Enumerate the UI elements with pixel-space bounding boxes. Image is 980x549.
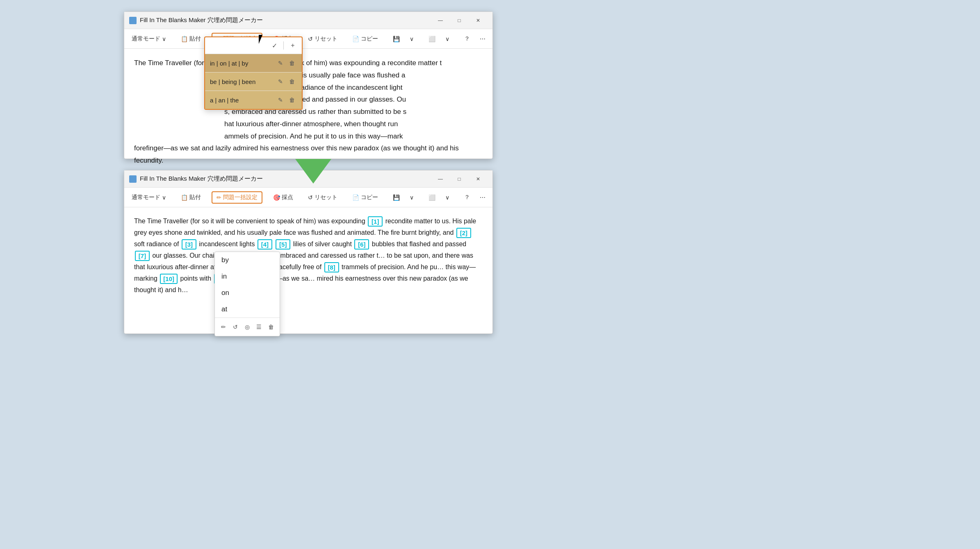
top-toolbar: 通常モード ∨ 📋 貼付 ✏ 問題一括設定 🎯 採点 ↺ リセット 📄 コピー bbox=[124, 29, 492, 49]
blank-4[interactable]: [4] bbox=[258, 239, 272, 250]
bottom-reset-icon: ↺ bbox=[308, 194, 313, 201]
popup-row-0[interactable]: in | on | at | by ✎ 🗑 bbox=[205, 54, 302, 73]
copy-icon: 📄 bbox=[352, 36, 359, 42]
bottom-content: The Time Traveller (for so it will be co… bbox=[124, 207, 492, 334]
dropdown-list-button[interactable]: ☰ bbox=[254, 321, 264, 333]
dropdown-label-by: by bbox=[221, 256, 229, 264]
dropdown-eye-button[interactable]: ◎ bbox=[243, 321, 252, 333]
view-icon: ⬜ bbox=[428, 36, 435, 42]
delete-icon-2: 🗑 bbox=[289, 97, 295, 103]
bottom-app-icon bbox=[129, 175, 137, 183]
blank-10[interactable]: [10] bbox=[160, 274, 178, 284]
blank-6[interactable]: [6] bbox=[354, 239, 369, 250]
bottom-view-chevron[interactable]: ∨ bbox=[441, 193, 454, 202]
copy-button[interactable]: 📄 コピー bbox=[348, 34, 382, 44]
bottom-copy-icon: 📄 bbox=[352, 194, 359, 201]
bottom-more-button[interactable]: ⋯ bbox=[476, 193, 490, 202]
dropdown-pencil-icon: ✏ bbox=[221, 324, 226, 330]
close-button[interactable]: ✕ bbox=[469, 14, 488, 27]
bottom-help-button[interactable]: ？ bbox=[460, 192, 474, 203]
edit-icon-1: ✎ bbox=[278, 78, 283, 85]
dropdown-item-by[interactable]: by bbox=[215, 252, 280, 268]
mode-selector[interactable]: 通常モード ∨ bbox=[128, 34, 170, 44]
paste-button[interactable]: 📋 貼付 bbox=[177, 34, 205, 44]
dropdown-pencil-button[interactable]: ✏ bbox=[219, 321, 228, 333]
bottom-chevron-2: ∨ bbox=[410, 194, 414, 201]
add-row-button[interactable]: + bbox=[287, 40, 299, 51]
bottom-minimize-button[interactable]: — bbox=[431, 172, 450, 186]
bottom-window: Fill In The Blanks Maker 穴埋め問題メーカー — □ ✕… bbox=[124, 170, 493, 334]
dropdown-label-in: in bbox=[221, 272, 227, 280]
bottom-paragraph: The Time Traveller (for so it will be co… bbox=[134, 216, 483, 296]
minimize-button[interactable]: — bbox=[431, 14, 450, 27]
bottom-score-button[interactable]: 🎯 採点 bbox=[269, 192, 297, 203]
blank-dropdown: by in on at ✏ ↺ ◎ ☰ 🗑 bbox=[214, 252, 280, 336]
help-button[interactable]: ？ bbox=[460, 34, 474, 44]
dropdown-refresh-button[interactable]: ↺ bbox=[231, 321, 240, 333]
delete-row-2-button[interactable]: 🗑 bbox=[287, 95, 297, 105]
edit-row-0-button[interactable]: ✎ bbox=[276, 58, 285, 68]
bottom-more-icon: ⋯ bbox=[480, 194, 485, 201]
bottom-view-button[interactable]: ⬜ bbox=[424, 193, 440, 202]
save-button[interactable]: 💾 bbox=[389, 34, 404, 44]
bottom-paste-icon: 📋 bbox=[181, 194, 188, 201]
blank-5[interactable]: [5] bbox=[276, 239, 290, 250]
popup-row-2[interactable]: a | an | the ✎ 🗑 bbox=[205, 91, 302, 109]
bottom-score-icon: 🎯 bbox=[273, 194, 280, 201]
bottom-maximize-button[interactable]: □ bbox=[450, 172, 469, 186]
reset-icon: ↺ bbox=[308, 36, 313, 42]
popup-header: ✓ + bbox=[205, 37, 302, 54]
bottom-reset-button[interactable]: ↺ リセット bbox=[304, 192, 342, 203]
blank-3[interactable]: [3] bbox=[182, 239, 196, 250]
delete-row-1-button[interactable]: 🗑 bbox=[287, 77, 297, 86]
dropdown-label-on: on bbox=[221, 289, 229, 297]
paste-icon: 📋 bbox=[181, 36, 188, 42]
bottom-paste-button[interactable]: 📋 貼付 bbox=[177, 192, 205, 203]
blank-8[interactable]: [8] bbox=[324, 262, 339, 272]
chevron-down-icon-3: ∨ bbox=[445, 36, 449, 42]
bottom-bulk-setting-button[interactable]: ✏ 問題一括設定 bbox=[212, 191, 262, 204]
dropdown-item-at[interactable]: at bbox=[215, 301, 280, 318]
save-icon: 💾 bbox=[393, 36, 400, 42]
bottom-copy-button[interactable]: 📄 コピー bbox=[348, 192, 382, 203]
chevron-down-icon: ∨ bbox=[162, 36, 166, 42]
bottom-save-button[interactable]: 💾 bbox=[389, 193, 404, 202]
bottom-save-icon: 💾 bbox=[393, 194, 400, 201]
header-sep bbox=[283, 41, 284, 50]
bottom-help-icon: ？ bbox=[464, 194, 470, 201]
bottom-save-chevron[interactable]: ∨ bbox=[406, 193, 418, 202]
view-chevron[interactable]: ∨ bbox=[441, 34, 454, 44]
bottom-close-button[interactable]: ✕ bbox=[469, 172, 488, 186]
dropdown-item-on[interactable]: on bbox=[215, 285, 280, 301]
top-window: Fill In The Blanks Maker 穴埋め問題メーカー — □ ✕… bbox=[124, 11, 493, 159]
blank-2[interactable]: [2] bbox=[456, 228, 471, 238]
popup-row-text-1: be | being | been bbox=[210, 78, 276, 85]
check-icon: ✓ bbox=[272, 42, 277, 50]
bulk-setting-popup: ✓ + in | on | at | by ✎ 🗑 be | being | b… bbox=[204, 36, 303, 110]
more-button[interactable]: ⋯ bbox=[476, 34, 490, 44]
dropdown-delete-button[interactable]: 🗑 bbox=[266, 321, 276, 333]
dropdown-eye-icon: ◎ bbox=[245, 324, 250, 330]
bottom-titlebar-controls: — □ ✕ bbox=[431, 172, 488, 186]
delete-icon-0: 🗑 bbox=[289, 60, 295, 66]
bottom-mode-selector[interactable]: 通常モード ∨ bbox=[128, 192, 170, 203]
reset-button[interactable]: ↺ リセット bbox=[304, 34, 342, 44]
bottom-view-icon: ⬜ bbox=[428, 194, 435, 201]
popup-row-actions-2: ✎ 🗑 bbox=[276, 95, 297, 105]
blank-7[interactable]: [7] bbox=[135, 251, 150, 261]
popup-row-1[interactable]: be | being | been ✎ 🗑 bbox=[205, 73, 302, 91]
check-button[interactable]: ✓ bbox=[269, 40, 280, 51]
maximize-button[interactable]: □ bbox=[450, 14, 469, 27]
edit-row-1-button[interactable]: ✎ bbox=[276, 77, 285, 86]
view-button[interactable]: ⬜ bbox=[424, 34, 440, 44]
edit-icon-2: ✎ bbox=[278, 97, 283, 103]
down-arrow bbox=[295, 159, 331, 184]
popup-row-actions-1: ✎ 🗑 bbox=[276, 77, 297, 86]
delete-row-0-button[interactable]: 🗑 bbox=[287, 58, 297, 68]
blank-1[interactable]: [1] bbox=[368, 216, 383, 227]
bottom-chevron-3: ∨ bbox=[445, 194, 449, 201]
save-chevron[interactable]: ∨ bbox=[406, 34, 418, 44]
edit-row-2-button[interactable]: ✎ bbox=[276, 95, 285, 105]
dropdown-item-in[interactable]: in bbox=[215, 268, 280, 285]
chevron-down-icon-2: ∨ bbox=[410, 36, 414, 42]
